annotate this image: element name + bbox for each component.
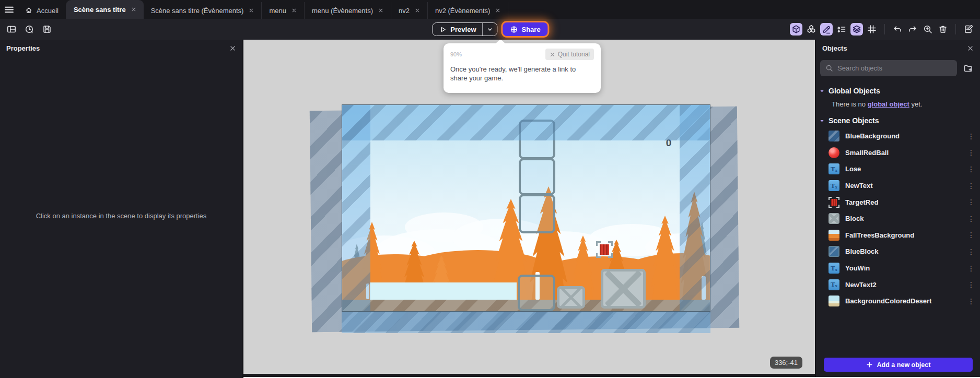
- tab-home[interactable]: Accueil: [18, 2, 66, 19]
- trash-icon[interactable]: [937, 23, 949, 36]
- scene-objects-label: Scene Objects: [829, 116, 879, 125]
- tab-nv2-events[interactable]: nv2 (Évènements): [428, 2, 509, 19]
- kebab-menu-icon[interactable]: ⋮: [967, 297, 975, 305]
- objects-panel-header: Objects: [816, 40, 980, 56]
- share-button[interactable]: Share: [503, 22, 548, 36]
- history-icon[interactable]: [23, 23, 36, 36]
- text-object-thumbnail: Tx: [829, 163, 839, 174]
- toolbar-right-icons: [790, 23, 980, 36]
- objects-cube-icon[interactable]: [790, 23, 802, 36]
- kebab-menu-icon[interactable]: ⋮: [967, 247, 975, 256]
- object-row-SmallRedBall[interactable]: SmallRedBall⋮: [816, 145, 980, 161]
- target-thumbnail: [829, 197, 839, 208]
- search-objects-input[interactable]: [837, 64, 952, 72]
- object-row-BlueBlock[interactable]: BlueBlock⋮: [816, 243, 980, 260]
- preview-button[interactable]: Preview: [433, 23, 482, 36]
- quit-tutorial-label: Quit tutorial: [558, 51, 590, 58]
- edit-pencil-icon[interactable]: [820, 23, 833, 36]
- layers-icon[interactable]: [850, 23, 863, 36]
- objects-search-box[interactable]: [820, 60, 957, 76]
- tab-close-icon[interactable]: [131, 7, 136, 12]
- blue-overlay-bottom: [342, 312, 710, 333]
- text-object-thumbnail: Tx: [829, 180, 839, 191]
- properties-panel-title: Properties: [6, 44, 40, 52]
- object-row-NewText[interactable]: TxNewText⋮: [816, 178, 980, 194]
- instances-list-icon[interactable]: [835, 23, 848, 36]
- object-row-Block[interactable]: Block⋮: [816, 210, 980, 227]
- object-name: Block: [845, 215, 864, 222]
- object-row-NewText2[interactable]: TxNewText2⋮: [816, 276, 980, 293]
- kebab-menu-icon[interactable]: ⋮: [967, 148, 975, 157]
- object-name: YouWin: [845, 264, 870, 272]
- empty-text-prefix: There is no: [832, 100, 868, 108]
- blue-block-instance[interactable]: [519, 158, 555, 195]
- kebab-menu-icon[interactable]: ⋮: [967, 198, 975, 206]
- kebab-menu-icon[interactable]: ⋮: [967, 280, 975, 289]
- grid-icon[interactable]: [866, 23, 878, 36]
- blue-block-instance[interactable]: [518, 275, 555, 311]
- preview-dropdown-button[interactable]: [483, 23, 497, 36]
- object-row-Lose[interactable]: TxLose⋮: [816, 161, 980, 178]
- share-button-label: Share: [522, 26, 541, 33]
- redo-icon[interactable]: [906, 23, 919, 36]
- kebab-menu-icon[interactable]: ⋮: [967, 264, 975, 273]
- object-row-BlueBackground[interactable]: BlueBackground⋮: [816, 128, 980, 145]
- caret-down-icon: [819, 118, 825, 124]
- object-name: FallTreesBackground: [845, 231, 914, 239]
- kebab-menu-icon[interactable]: ⋮: [967, 182, 975, 190]
- zoom-in-icon[interactable]: [921, 23, 934, 36]
- save-icon[interactable]: [41, 23, 53, 36]
- quit-tutorial-button[interactable]: Quit tutorial: [545, 49, 594, 60]
- tab-scene-events[interactable]: Scène sans titre (Évènements): [144, 2, 262, 19]
- tab-close-icon[interactable]: [291, 8, 297, 13]
- add-new-object-button[interactable]: Add a new object: [824, 358, 973, 372]
- global-object-link[interactable]: global object: [868, 100, 909, 108]
- objects-close-icon[interactable]: [967, 45, 974, 52]
- objects-panel: Objects Global Objects There is no: [815, 40, 980, 378]
- objects-search-row: [816, 56, 980, 80]
- chevron-down-icon: [487, 26, 494, 33]
- desert-thumbnail: [829, 296, 839, 306]
- blue-block-instance[interactable]: [519, 194, 555, 233]
- kebab-menu-icon[interactable]: ⋮: [967, 231, 975, 239]
- main-menu-hamburger-icon[interactable]: [0, 0, 18, 19]
- properties-close-icon[interactable]: [229, 45, 236, 52]
- kebab-menu-icon[interactable]: ⋮: [967, 165, 975, 173]
- game-scene-frame[interactable]: 0: [342, 104, 710, 312]
- tab-menu-events[interactable]: menu (Évènements): [305, 2, 391, 19]
- block-crate-instance[interactable]: [557, 286, 585, 309]
- blue-background-thumbnail: [829, 131, 839, 141]
- add-folder-icon[interactable]: [961, 62, 975, 75]
- panels-layout-icon[interactable]: [5, 23, 18, 36]
- text-object-thumbnail: Tx: [829, 263, 839, 274]
- scene-notes-icon[interactable]: [962, 23, 975, 36]
- object-row-FallTreesBackground[interactable]: FallTreesBackground⋮: [816, 227, 980, 244]
- tab-close-icon[interactable]: [495, 8, 500, 13]
- scene-objects-section[interactable]: Scene Objects: [816, 110, 980, 127]
- tab-scene[interactable]: Scène sans titre: [66, 0, 144, 19]
- object-row-BackgroundColoredDesert[interactable]: BackgroundColoredDesert⋮: [816, 293, 980, 310]
- global-objects-section[interactable]: Global Objects: [816, 80, 980, 97]
- crate-thumbnail: [829, 213, 839, 224]
- tab-label: nv2: [399, 7, 410, 15]
- close-icon: [550, 52, 555, 57]
- target-red-instance[interactable]: [596, 241, 613, 258]
- scene-editor-canvas[interactable]: 0 90% Quit tutorial Once you're ready, w…: [243, 40, 815, 378]
- object-row-TargetRed[interactable]: TargetRed⋮: [816, 194, 980, 210]
- kebab-menu-icon[interactable]: ⋮: [967, 215, 975, 223]
- tab-label: Scène sans titre: [74, 6, 126, 14]
- block-crate-instance[interactable]: [601, 269, 646, 309]
- tab-close-icon[interactable]: [415, 8, 420, 13]
- undo-icon[interactable]: [891, 23, 904, 36]
- tab-close-icon[interactable]: [378, 8, 383, 13]
- tab-menu[interactable]: menu: [262, 2, 305, 19]
- object-name: TargetRed: [845, 198, 878, 206]
- empty-text-suffix: yet.: [909, 100, 923, 108]
- kebab-menu-icon[interactable]: ⋮: [967, 132, 975, 140]
- instances-cubes-icon[interactable]: [805, 23, 818, 36]
- tab-nv2[interactable]: nv2: [391, 2, 428, 19]
- tab-close-icon[interactable]: [249, 8, 254, 13]
- object-row-YouWin[interactable]: TxYouWin⋮: [816, 260, 980, 277]
- tab-bar-tabs: AccueilScène sans titreScène sans titre …: [18, 0, 508, 19]
- toolbar-center: Preview Share: [432, 19, 547, 40]
